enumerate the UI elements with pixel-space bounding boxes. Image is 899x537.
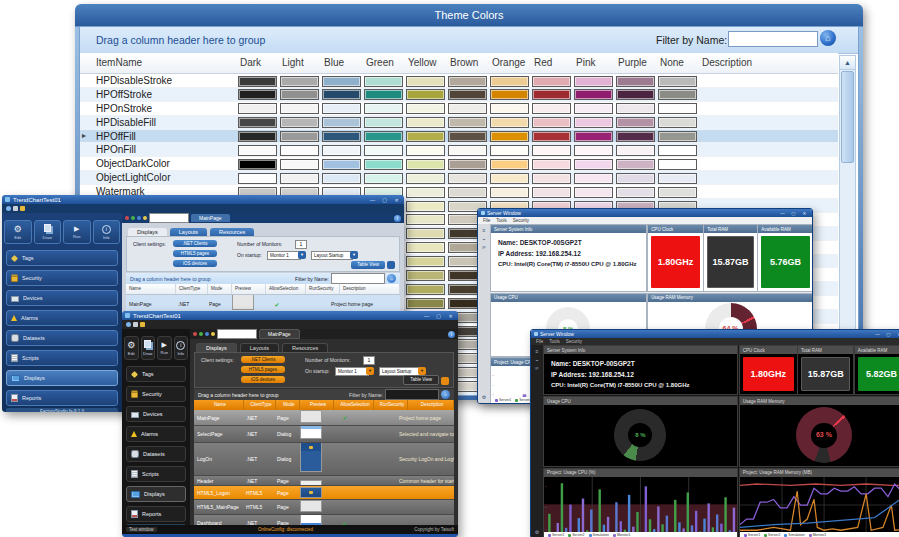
big-button-run[interactable]: ▶Run (63, 220, 91, 244)
toolbar-icon[interactable] (199, 332, 203, 336)
toolbar-search-input[interactable] (217, 329, 257, 339)
monitors-value[interactable]: 1 (295, 240, 307, 249)
toolbar-icon[interactable] (133, 322, 138, 327)
column-header-allowselection[interactable]: AllowSelection (334, 400, 374, 410)
scrollbar-thumb[interactable] (841, 71, 854, 163)
sidebar-item-scripts[interactable]: Scripts (126, 466, 186, 482)
legend-item[interactable]: Server1 (744, 533, 760, 537)
legend-item[interactable]: Monitor1 (613, 533, 631, 537)
table-row[interactable]: ObjectDarkColor (80, 157, 838, 171)
tab-resources[interactable]: Resources (282, 343, 328, 352)
window-titlebar[interactable]: TrendChartTest01—▢✕ (2, 195, 404, 204)
toolbar-icon[interactable] (126, 322, 131, 327)
menu-item-file[interactable]: File (536, 339, 543, 344)
big-button-edit[interactable]: ⚙Edit (124, 336, 139, 360)
maximize-icon[interactable]: ▢ (884, 332, 893, 337)
table-row[interactable]: LogOn.NETDialogSecurity LogOn and LogOff (194, 443, 454, 476)
close-icon[interactable]: ✕ (895, 332, 899, 337)
menu-icon[interactable]: ≡ (536, 349, 539, 354)
table-row[interactable]: SelectPage.NETDialogSelected and navigat… (194, 426, 454, 443)
scroll-up-icon[interactable]: ▲ (840, 56, 855, 70)
table-row[interactable]: MainPage.NETPage✔Project home page (194, 410, 454, 426)
client-button-1[interactable]: HTML5 pages (241, 366, 285, 373)
table-row[interactable]: ▸HPOffFill (80, 130, 838, 144)
column-header-description[interactable]: Description (340, 284, 400, 294)
document-toolbar[interactable]: MainPagei (190, 329, 458, 339)
quick-access-toolbar[interactable] (122, 320, 458, 329)
help-icon[interactable]: i (448, 331, 455, 338)
sidebar-item-tags[interactable]: Tags (126, 366, 186, 382)
big-button-edit[interactable]: ⚙Edit (4, 220, 32, 244)
column-header-light[interactable]: Light (282, 57, 304, 68)
toolbar-icon[interactable] (20, 206, 25, 211)
column-header-yellow[interactable]: Yellow (408, 57, 437, 68)
toolbar-search-input[interactable] (149, 213, 189, 223)
menu-item-file[interactable]: File (483, 218, 490, 223)
client-button-0[interactable]: .NET Clients (241, 356, 285, 363)
sidebar-item-alarms[interactable]: Alarms (126, 426, 186, 442)
toolbar-icon[interactable] (140, 322, 145, 327)
filter-apply-icon[interactable]: ⌂ (441, 390, 450, 399)
table-view-icon[interactable] (387, 261, 395, 269)
big-button-info[interactable]: iInfo (93, 220, 121, 244)
minimize-icon[interactable]: — (422, 313, 431, 319)
toolbar-icon[interactable] (6, 206, 11, 211)
help-icon[interactable]: i (394, 215, 401, 222)
startup-layout-select[interactable]: Layout Startup (311, 251, 353, 260)
document-tab[interactable]: MainPage (191, 214, 230, 222)
close-icon[interactable]: ✕ (392, 197, 401, 203)
network-icon[interactable]: ⌁ (482, 237, 485, 242)
startup-monitor-select[interactable]: Monitor 1 (267, 251, 301, 260)
toolbar-icon[interactable] (131, 216, 135, 220)
table-row[interactable]: HPOnFill (80, 143, 838, 157)
table-view-icon[interactable] (441, 377, 449, 385)
column-header-red[interactable]: Red (534, 57, 552, 68)
column-header-mode[interactable]: Mode (208, 284, 232, 294)
maximize-icon[interactable]: ▢ (434, 313, 443, 319)
minimize-icon[interactable]: — (368, 197, 377, 203)
filter-apply-icon[interactable]: ⌂ (387, 274, 396, 283)
legend-item[interactable]: Simulation (589, 533, 609, 537)
sidebar-item-alarms[interactable]: Alarms (6, 310, 118, 326)
table-row[interactable]: Dashboard.NETPage✔ (194, 515, 454, 525)
menu-icon[interactable]: ≡ (483, 228, 486, 233)
dropdown-arrow-icon[interactable]: ▼ (298, 251, 306, 259)
legend-item[interactable]: Simulation (784, 533, 804, 537)
toolbar-icon[interactable] (211, 332, 215, 336)
legend-item[interactable]: Server1 (548, 533, 564, 537)
window-titlebar[interactable]: Server Window—▢✕ (478, 209, 812, 217)
menu-item-tools[interactable]: Tools (549, 339, 560, 344)
column-header-preview[interactable]: Preview (232, 284, 266, 294)
table-row[interactable]: HTML5_LogonHTML5Page (194, 486, 454, 500)
sidebar-item-devices[interactable]: Devices (126, 406, 186, 422)
column-header-name[interactable]: Name (194, 400, 244, 410)
group-by-bar[interactable]: Drag a column header here to groupFilter… (194, 389, 454, 400)
close-icon[interactable]: ✕ (800, 211, 809, 216)
column-header-description[interactable]: Description (702, 57, 752, 68)
toolbar-icon[interactable] (143, 216, 147, 220)
sidebar-item-datasets[interactable]: Datasets (6, 330, 118, 346)
table-row[interactable]: HPOnStroke (80, 102, 838, 116)
toolbar-icon[interactable] (205, 332, 209, 336)
column-header-none[interactable]: None (660, 57, 684, 68)
dropdown-arrow-icon[interactable]: ▼ (418, 367, 426, 375)
document-toolbar[interactable]: MainPagei (122, 213, 404, 223)
maximize-icon[interactable]: ▢ (380, 197, 389, 203)
monitors-value[interactable]: 1 (363, 356, 375, 365)
legend-item[interactable]: Server2 (764, 533, 780, 537)
minimize-icon[interactable]: — (778, 211, 787, 216)
sidebar-item-displays[interactable]: Displays (126, 486, 186, 502)
toolbar-icon[interactable] (193, 332, 197, 336)
filter-input[interactable] (385, 389, 439, 400)
theme-titlebar[interactable]: Theme Colors (75, 4, 863, 26)
table-view-button[interactable]: Table View (351, 261, 385, 269)
column-header-pink[interactable]: Pink (576, 57, 595, 68)
big-button-draw[interactable]: Draw (34, 220, 62, 244)
document-tab[interactable]: MainPage (259, 329, 300, 339)
sidebar-item-displays[interactable]: Displays (6, 370, 118, 386)
settings-gear-icon[interactable]: ⚙ (535, 530, 539, 535)
startup-monitor-select[interactable]: Monitor 1 (335, 367, 369, 376)
tab-resources[interactable]: Resources (210, 228, 254, 236)
tab-displays[interactable]: Displays (196, 343, 237, 352)
tab-layouts[interactable]: Layouts (170, 228, 207, 236)
